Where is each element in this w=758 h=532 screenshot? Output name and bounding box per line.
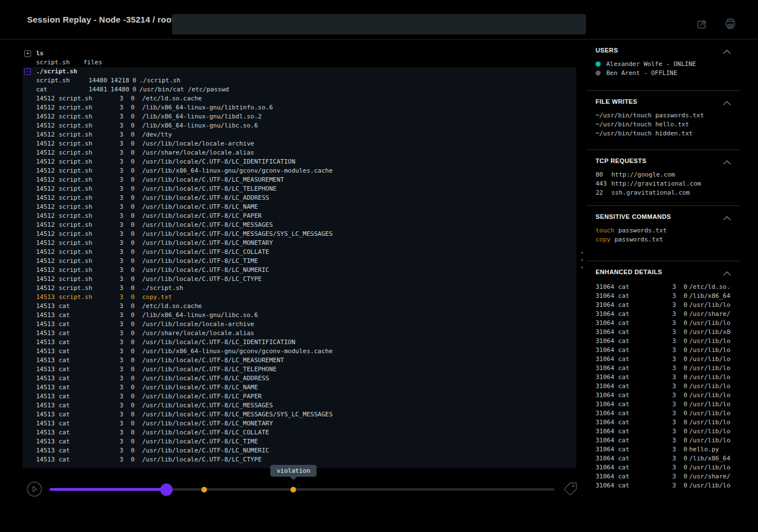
- trace-ret: 0: [131, 103, 142, 112]
- trace-pid: 14512: [36, 139, 59, 148]
- trace-proc: script.sh: [59, 94, 120, 103]
- output-cell: script.sh: [36, 58, 83, 67]
- trace-proc: script.sh: [59, 130, 120, 139]
- trace-proc: cat: [59, 356, 120, 365]
- process-header-row: cat 14481 14480 0 /usr/bin/cat /etc/pass…: [23, 85, 576, 94]
- command-text: ls: [36, 49, 43, 58]
- trace-fd: 3: [120, 401, 131, 410]
- trace-ret: 0: [131, 365, 142, 374]
- violation-tooltip: violation: [270, 465, 316, 477]
- trace-ret: 0: [131, 221, 142, 230]
- enhanced-detail-row: 31064 cat 3 0 /usr/lib/locale: [596, 364, 731, 373]
- detail-pid: 31064: [596, 292, 618, 301]
- chevron-up-icon[interactable]: [723, 213, 731, 223]
- trace-row: 14512 script.sh 3 0 /usr/lib/locale/loca…: [23, 139, 576, 148]
- trace-proc: cat: [59, 410, 120, 419]
- trace-fd: 3: [120, 175, 131, 184]
- trace-row: 14513 cat 3 0 /usr/lib/locale/C.UTF-8/LC…: [23, 455, 576, 464]
- trace-fd: 3: [120, 212, 131, 221]
- trace-path: /usr/lib/x86_64-linux-gnu/gconv/gconv-mo…: [142, 347, 333, 356]
- detail-path: /usr/lib/locale: [689, 355, 731, 364]
- trace-path: /usr/share/locale/locale.alias: [142, 329, 254, 338]
- tcp-request-item: 443 http://gravitational.com: [596, 179, 731, 188]
- trace-path: /usr/lib/locale/C.UTF-8/LC_ADDRESS: [142, 194, 269, 203]
- play-button[interactable]: [27, 481, 42, 497]
- timeline-track[interactable]: violation: [50, 488, 554, 491]
- trace-ret: 0: [131, 130, 142, 139]
- trace-row: 14512 script.sh 3 0 /usr/lib/locale/C.UT…: [23, 212, 576, 221]
- trace-path: /dev/tty: [142, 130, 172, 139]
- detail-ret: 0: [684, 355, 689, 364]
- detail-fd: 3: [672, 373, 684, 382]
- file-write-text: ~/usr/bin/touch hello.txt: [596, 120, 689, 129]
- detail-proc: cat: [618, 346, 672, 355]
- detail-fd: 3: [672, 337, 684, 346]
- trace-proc: cat: [59, 428, 120, 437]
- trace-ret: 0: [131, 184, 142, 194]
- command-text: ./script.sh: [36, 67, 77, 76]
- trace-pid: 14512: [36, 103, 59, 112]
- detail-proc: cat: [618, 418, 672, 427]
- expand-icon[interactable]: +: [24, 50, 31, 57]
- chevron-up-icon[interactable]: [723, 46, 731, 56]
- detail-proc: cat: [618, 427, 672, 436]
- trace-ret: 0: [131, 428, 142, 437]
- detail-proc: cat: [618, 391, 672, 400]
- detail-pid: 31064: [596, 310, 618, 319]
- command-block-ls: + ls script.sh files: [23, 49, 576, 67]
- trace-pid: 14512: [36, 275, 59, 284]
- trace-row: 14512 script.sh 3 0 /usr/share/locale/lo…: [23, 148, 576, 157]
- playhead[interactable]: [160, 483, 173, 496]
- process-ret: 0: [133, 76, 139, 85]
- detail-ret: 0: [684, 319, 689, 328]
- chevron-up-icon[interactable]: [723, 268, 731, 278]
- output-cell: files: [83, 58, 102, 67]
- trace-path: /lib/x86_64-linux-gnu/libtinfo.so.6: [142, 103, 273, 112]
- process-name: cat: [36, 85, 89, 94]
- search-input[interactable]: [172, 14, 586, 34]
- trace-proc: script.sh: [59, 284, 120, 293]
- detail-fd: 3: [672, 355, 684, 364]
- trace-row: 14513 cat 3 0 /usr/lib/locale/C.UTF-8/LC…: [23, 338, 576, 347]
- trace-fd: 3: [120, 166, 131, 175]
- detail-proc: cat: [618, 355, 672, 364]
- trace-row: 14512 script.sh 3 0 /usr/lib/locale/C.UT…: [23, 248, 576, 257]
- section-title: FILE WRITES: [596, 98, 731, 105]
- header-actions: [695, 16, 738, 31]
- sidebar: USERS Alexander Wolfe - ONLINE Ben Arent…: [587, 39, 740, 532]
- detail-path: /usr/lib/locale: [689, 418, 731, 427]
- chevron-up-icon[interactable]: [723, 157, 731, 167]
- trace-path: /usr/lib/locale/C.UTF-8/LC_ADDRESS: [142, 374, 269, 383]
- tag-icon[interactable]: [563, 482, 578, 496]
- detail-ret: 0: [684, 283, 689, 292]
- process-pid: 14481: [89, 85, 111, 94]
- trace-ret: 0: [131, 230, 142, 239]
- event-marker[interactable]: [201, 487, 207, 493]
- detail-pid: 31064: [596, 427, 618, 436]
- trace-row: 14513 cat 3 0 /usr/lib/locale/C.UTF-8/LC…: [23, 383, 576, 392]
- trace-ret: 0: [131, 338, 142, 347]
- trace-path: /usr/lib/locale/C.UTF-8/LC_MESSAGES: [142, 221, 273, 230]
- detail-pid: 31064: [596, 418, 618, 427]
- enhanced-detail-row: 31064 cat 3 0 /usr/lib/locale: [596, 337, 731, 346]
- trace-fd: 3: [120, 284, 131, 293]
- detail-proc: cat: [618, 373, 672, 382]
- trace-fd: 3: [120, 121, 131, 130]
- chevron-up-icon[interactable]: [723, 98, 731, 108]
- trace-proc: cat: [59, 419, 120, 428]
- trace-proc: cat: [59, 401, 120, 410]
- sensitive-command-list: touch passwords.txt copy passwords.txt: [596, 226, 731, 244]
- print-icon[interactable]: [723, 16, 738, 31]
- event-marker[interactable]: [290, 487, 296, 493]
- enhanced-detail-row: 31064 cat 3 0 /lib/x86_64-lin: [596, 454, 731, 463]
- panel-resize-handle[interactable]: [580, 252, 584, 269]
- trace-row: 14512 script.sh 3 0 /dev/tty: [23, 130, 576, 139]
- enhanced-detail-row: 31064 cat 3 0 /lib/x86_64-lin: [596, 292, 731, 301]
- export-icon[interactable]: [695, 16, 709, 31]
- collapse-icon[interactable]: -: [24, 68, 31, 75]
- page-title: Session Replay - Node -35214 / root: [27, 15, 174, 24]
- user-item: Ben Arent - OFFLINE: [596, 69, 731, 78]
- trace-ret: 0: [131, 383, 142, 392]
- trace-proc: cat: [59, 320, 120, 329]
- trace-ret: 0: [131, 392, 142, 401]
